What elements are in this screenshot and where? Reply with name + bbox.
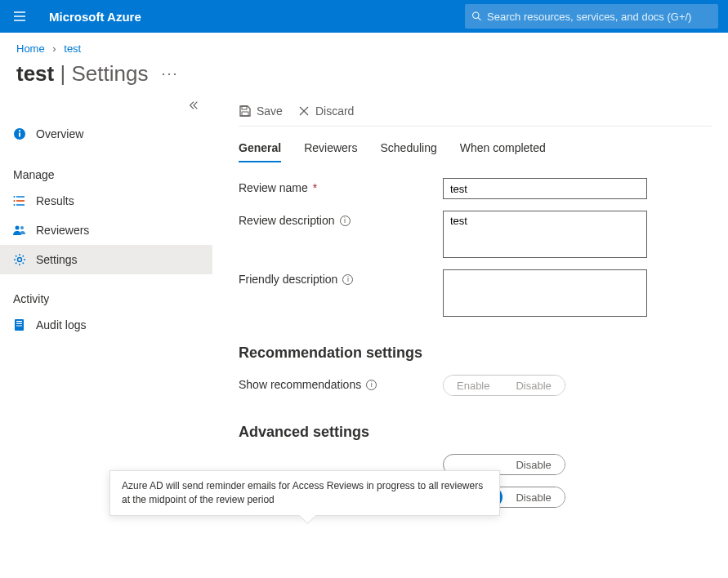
label-review-description: Review description i — [239, 211, 443, 227]
save-label: Save — [257, 104, 283, 118]
tab-reviewers[interactable]: Reviewers — [304, 141, 357, 162]
sidebar-item-audit-logs[interactable]: Audit logs — [0, 310, 212, 340]
label-friendly-description: Friendly description i — [239, 269, 443, 286]
content-panel: Save Discard General Reviewers Schedulin… — [212, 100, 728, 519]
svg-point-4 — [19, 130, 20, 131]
sidebar-section-activity: Activity — [0, 282, 212, 310]
svg-rect-19 — [242, 112, 248, 116]
reminders-tooltip: Azure AD will send reminder emails for A… — [109, 470, 500, 516]
page-title-row: test | Settings ··· — [0, 58, 728, 100]
svg-point-9 — [14, 200, 16, 202]
label-hidden — [239, 454, 443, 457]
page-title: test | Settings — [16, 61, 148, 87]
toggle-show-recommendations: Enable Disable — [443, 375, 565, 396]
page-title-subtitle: Settings — [71, 61, 148, 86]
sidebar-item-reviewers[interactable]: Reviewers — [0, 216, 212, 245]
input-review-description[interactable]: test — [443, 211, 647, 258]
breadcrumb-current[interactable]: test — [64, 42, 81, 55]
required-indicator: * — [313, 181, 317, 194]
page-title-name: test — [16, 61, 54, 86]
heading-advanced: Advanced settings — [239, 424, 712, 441]
svg-line-1 — [478, 18, 480, 20]
svg-point-0 — [473, 12, 479, 18]
toolbar: Save Discard — [239, 100, 712, 127]
sidebar-item-settings[interactable]: Settings — [0, 245, 212, 274]
gear-icon — [13, 253, 26, 266]
svg-point-11 — [16, 226, 20, 230]
toggle-enable: Enable — [444, 376, 502, 395]
title-more-button[interactable]: ··· — [161, 65, 178, 82]
discard-button[interactable]: Discard — [297, 104, 354, 118]
search-box[interactable] — [465, 4, 718, 29]
tab-scheduling[interactable]: Scheduling — [381, 141, 437, 162]
search-input[interactable] — [487, 11, 712, 23]
list-icon — [13, 194, 26, 207]
sidebar-item-label: Results — [36, 194, 74, 207]
label-review-name: Review name * — [239, 178, 443, 194]
input-review-name[interactable] — [443, 178, 647, 199]
row-friendly-description: Friendly description i — [239, 269, 712, 317]
breadcrumb: Home › test — [0, 33, 728, 58]
toggle-disable: Disable — [502, 376, 564, 395]
svg-rect-16 — [16, 323, 22, 324]
book-icon — [13, 318, 26, 331]
sidebar-section-manage: Manage — [0, 158, 212, 186]
info-icon — [13, 127, 26, 140]
menu-icon — [13, 10, 26, 23]
tab-when-completed[interactable]: When completed — [460, 141, 546, 162]
search-wrap — [465, 4, 718, 29]
label-show-recommendations: Show recommendations i — [239, 375, 443, 391]
tab-strip: General Reviewers Scheduling When comple… — [239, 141, 712, 163]
breadcrumb-home[interactable]: Home — [16, 42, 45, 55]
sidebar-item-overview[interactable]: Overview — [0, 119, 212, 149]
input-friendly-description[interactable] — [443, 269, 647, 317]
save-icon — [239, 104, 252, 118]
svg-rect-3 — [19, 133, 20, 137]
heading-recommendation: Recommendation settings — [239, 345, 712, 362]
sidebar-item-label: Audit logs — [36, 318, 86, 331]
toggle-reminders-disable[interactable]: Disable — [502, 487, 564, 507]
row-review-description: Review description i test — [239, 211, 712, 258]
close-icon — [297, 104, 310, 118]
settings-form: Review name * Review description i test … — [239, 178, 712, 508]
svg-point-8 — [14, 196, 16, 198]
row-review-name: Review name * — [239, 178, 712, 199]
people-icon — [13, 224, 26, 237]
svg-rect-15 — [16, 321, 22, 322]
sidebar-item-results[interactable]: Results — [0, 186, 212, 216]
hamburger-menu[interactable] — [0, 0, 39, 33]
search-icon — [471, 11, 482, 22]
svg-point-10 — [14, 204, 16, 206]
toggle-disable[interactable]: Disable — [502, 455, 564, 474]
sidebar-item-label: Overview — [36, 127, 83, 140]
save-button[interactable]: Save — [239, 104, 283, 118]
sidebar-item-label: Settings — [36, 253, 78, 266]
chevron-double-left-icon — [188, 100, 199, 111]
breadcrumb-separator: › — [52, 42, 56, 55]
tab-general[interactable]: General — [239, 141, 281, 162]
info-icon[interactable]: i — [340, 216, 351, 226]
sidebar: Overview Manage Results Reviewers Settin… — [0, 100, 212, 519]
info-icon[interactable]: i — [342, 274, 353, 285]
brand-label: Microsoft Azure — [49, 10, 141, 24]
svg-rect-17 — [16, 326, 22, 327]
topbar: Microsoft Azure — [0, 0, 728, 33]
row-show-recommendations: Show recommendations i Enable Disable — [239, 375, 712, 396]
svg-point-12 — [20, 226, 24, 229]
svg-point-13 — [18, 258, 22, 262]
collapse-sidebar-button[interactable] — [188, 100, 199, 114]
sidebar-item-label: Reviewers — [36, 224, 89, 237]
discard-label: Discard — [315, 104, 354, 118]
info-icon[interactable]: i — [366, 380, 377, 390]
